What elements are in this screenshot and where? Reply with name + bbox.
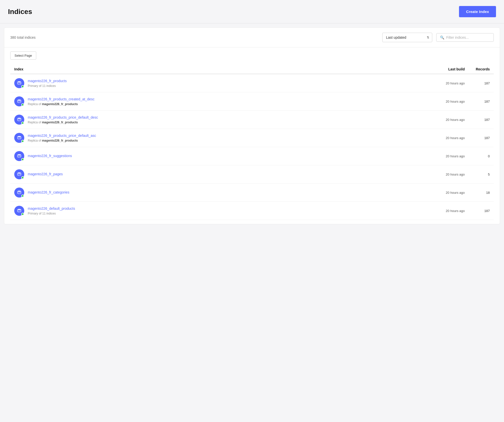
sort-select[interactable]: Last updatedNameRecords: [382, 33, 432, 42]
last-build-value: 20 hours ago: [425, 154, 465, 158]
records-value: 187: [465, 136, 490, 140]
svg-point-3: [18, 136, 21, 137]
records-value: 187: [465, 118, 490, 122]
status-dot: [21, 195, 24, 197]
index-name-link[interactable]: magento226_fr_products_created_at_desc: [28, 97, 425, 101]
last-build-value: 20 hours ago: [425, 209, 465, 213]
last-build-value: 20 hours ago: [425, 100, 465, 103]
svg-point-7: [18, 209, 21, 210]
index-meta: Replica of magento226_fr_products: [28, 139, 78, 142]
index-info: magento226_fr_suggestions: [28, 154, 425, 159]
status-dot: [21, 85, 24, 88]
index-icon-wrapper: [14, 133, 24, 143]
last-build-value: 20 hours ago: [425, 136, 465, 140]
status-dot: [21, 122, 24, 124]
index-meta: Primary of 11 indices: [28, 212, 56, 215]
index-name-link[interactable]: magento226_fr_suggestions: [28, 154, 425, 158]
index-info: magento226_fr_productsPrimary of 11 indi…: [28, 79, 425, 88]
index-info: magento226_fr_pages: [28, 172, 425, 177]
toolbar: 380 total indices Last updatedNameRecord…: [4, 28, 500, 47]
index-info: magento226_fr_categories: [28, 190, 425, 195]
index-icon-wrapper: [14, 78, 24, 88]
sort-select-wrapper: Last updatedNameRecords ⇅: [382, 33, 432, 42]
index-meta: Replica of magento226_fr_products: [28, 121, 78, 124]
svg-point-6: [18, 191, 21, 192]
index-icon-wrapper: [14, 151, 24, 161]
list-section: Select Page Index Last build Records mag…: [4, 47, 500, 224]
svg-point-0: [18, 81, 21, 83]
filter-wrapper: 🔍: [436, 33, 494, 42]
last-build-value: 20 hours ago: [425, 191, 465, 195]
svg-point-2: [18, 118, 21, 119]
status-dot: [21, 140, 24, 143]
index-icon-wrapper: [14, 206, 24, 216]
table-row[interactable]: magento226_fr_products_price_default_asc…: [10, 129, 494, 147]
table-row[interactable]: magento226_fr_productsPrimary of 11 indi…: [10, 74, 494, 92]
table-row[interactable]: magento226_fr_suggestions20 hours ago0: [10, 147, 494, 165]
total-indices-label: 380 total indices: [10, 35, 378, 39]
records-value: 187: [465, 100, 490, 103]
index-meta: Primary of 11 indices: [28, 84, 56, 88]
index-meta: Replica of magento226_fr_products: [28, 102, 78, 106]
status-dot: [21, 103, 24, 106]
main-content: 380 total indices Last updatedNameRecord…: [4, 27, 500, 224]
index-icon-wrapper: [14, 96, 24, 106]
svg-point-5: [18, 173, 21, 174]
index-rows-container: magento226_fr_productsPrimary of 11 indi…: [10, 74, 494, 220]
table-row[interactable]: magento226_default_productsPrimary of 11…: [10, 202, 494, 220]
index-name-link[interactable]: magento226_fr_products_price_default_asc: [28, 134, 425, 138]
page-header: Indices Create Index: [0, 0, 504, 23]
index-name-link[interactable]: magento226_fr_products: [28, 79, 425, 83]
index-info: magento226_fr_products_price_default_des…: [28, 115, 425, 124]
column-header-index: Index: [14, 67, 425, 71]
svg-point-1: [18, 100, 21, 101]
index-icon-wrapper: [14, 115, 24, 125]
last-build-value: 20 hours ago: [425, 118, 465, 122]
table-row[interactable]: magento226_fr_products_price_default_des…: [10, 111, 494, 129]
records-value: 0: [465, 154, 490, 158]
table-row[interactable]: magento226_fr_categories20 hours ago18: [10, 184, 494, 202]
column-header-last-build: Last build: [425, 67, 465, 71]
index-icon-wrapper: [14, 169, 24, 179]
index-info: magento226_fr_products_price_default_asc…: [28, 134, 425, 142]
last-build-value: 20 hours ago: [425, 173, 465, 176]
table-header: Index Last build Records: [10, 65, 494, 74]
index-info: magento226_default_productsPrimary of 11…: [28, 207, 425, 215]
records-value: 187: [465, 209, 490, 213]
table-row[interactable]: magento226_fr_products_created_at_descRe…: [10, 92, 494, 111]
index-name-link[interactable]: magento226_fr_pages: [28, 172, 425, 176]
column-header-records: Records: [465, 67, 490, 71]
filter-input[interactable]: [446, 35, 490, 39]
index-info: magento226_fr_products_created_at_descRe…: [28, 97, 425, 106]
index-name-link[interactable]: magento226_fr_categories: [28, 190, 425, 194]
select-page-button[interactable]: Select Page: [10, 51, 36, 60]
last-build-value: 20 hours ago: [425, 81, 465, 85]
records-value: 5: [465, 173, 490, 176]
status-dot: [21, 176, 24, 179]
svg-point-4: [18, 154, 21, 156]
index-name-link[interactable]: magento226_fr_products_price_default_des…: [28, 115, 425, 119]
table-row[interactable]: magento226_fr_pages20 hours ago5: [10, 165, 494, 184]
index-icon-wrapper: [14, 188, 24, 198]
page-title: Indices: [8, 8, 32, 16]
records-value: 187: [465, 81, 490, 85]
index-name-link[interactable]: magento226_default_products: [28, 207, 425, 211]
create-index-button[interactable]: Create Index: [459, 6, 496, 17]
search-icon: 🔍: [440, 35, 444, 39]
records-value: 18: [465, 191, 490, 195]
status-dot: [21, 158, 24, 161]
status-dot: [21, 213, 24, 215]
